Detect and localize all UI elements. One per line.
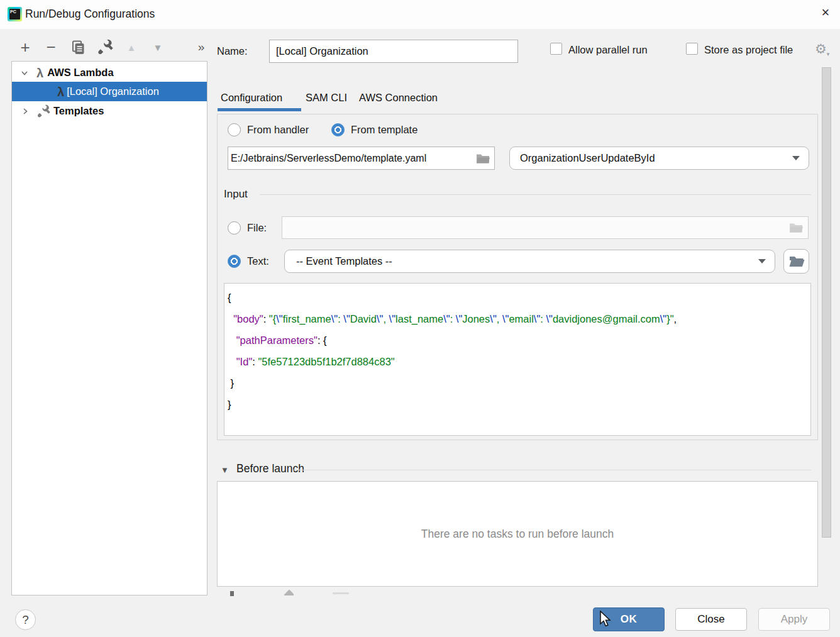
remove-configuration-button[interactable]: − (41, 38, 60, 57)
gear-icon[interactable]: ⚙▾ (815, 42, 829, 57)
edit-templates-button[interactable] (96, 38, 114, 57)
aws-lambda-icon: λ (36, 67, 43, 79)
folder-icon[interactable] (789, 221, 803, 233)
edit-task-icon[interactable] (282, 589, 294, 595)
close-button[interactable]: Close (675, 608, 747, 631)
vertical-scrollbar-thumb[interactable] (822, 67, 831, 538)
input-file-label[interactable]: File: (247, 222, 267, 234)
ok-button[interactable]: OK (593, 607, 665, 631)
event-templates-select[interactable]: -- Event Templates -- (284, 250, 775, 273)
input-file-radio[interactable] (228, 221, 241, 235)
tree-item-local-organization[interactable]: λ [Local] Organization (12, 82, 207, 101)
help-button[interactable]: ? (15, 609, 36, 630)
chevron-down-icon[interactable] (19, 68, 30, 78)
from-handler-radio[interactable] (228, 123, 241, 136)
remove-task-icon[interactable] (333, 592, 349, 594)
name-input[interactable] (269, 40, 518, 63)
store-as-project-file-label[interactable]: Store as project file (704, 44, 793, 56)
more-actions-button[interactable]: » (192, 38, 211, 57)
before-launch-label: Before launch (236, 462, 304, 475)
folder-open-icon (788, 255, 805, 269)
from-template-label[interactable]: From template (351, 124, 417, 136)
name-label: Name: (217, 45, 248, 57)
folder-icon[interactable] (476, 152, 490, 164)
tab-configuration[interactable]: Configuration (221, 92, 282, 104)
title-bar: PC Run/Debug Configurations × (0, 0, 840, 29)
pycharm-logo-icon: PC (8, 7, 22, 21)
input-section-label: Input (224, 188, 248, 201)
allow-parallel-run-checkbox[interactable] (550, 43, 562, 55)
template-path-field[interactable]: E:/Jetbrains/ServerlessDemo/template.yam… (228, 147, 495, 170)
browse-event-file-button[interactable] (783, 249, 809, 274)
from-template-radio[interactable] (331, 123, 345, 136)
aws-lambda-icon: λ (57, 86, 64, 98)
selected-tab-indicator (218, 108, 301, 111)
add-task-icon[interactable] (230, 591, 234, 596)
move-up-button[interactable]: ▲ (122, 38, 141, 57)
wrench-icon (97, 39, 113, 55)
tree-item-aws-lambda[interactable]: λ AWS Lambda (12, 63, 207, 82)
close-icon[interactable]: × (817, 4, 834, 22)
chevron-down-icon (758, 259, 766, 263)
apply-button[interactable]: Apply (758, 608, 830, 631)
input-section-divider (260, 194, 811, 195)
window-title: Run/Debug Configurations (25, 8, 155, 21)
allow-parallel-run-label[interactable]: Allow parallel run (568, 44, 648, 56)
event-json-editor[interactable]: { "body": "{\"first_name\": \"David\", \… (224, 283, 811, 436)
tab-aws-connection[interactable]: AWS Connection (359, 92, 438, 104)
store-as-project-file-checkbox[interactable] (686, 43, 698, 55)
move-down-button[interactable]: ▼ (148, 38, 167, 57)
tree-item-templates[interactable]: Templates (12, 101, 207, 121)
function-select[interactable]: OrganizationUserUpdateById (509, 147, 809, 170)
input-text-label[interactable]: Text: (247, 255, 269, 267)
chevron-right-icon[interactable] (20, 106, 30, 116)
before-launch-empty-text: There are no tasks to run before launch (421, 528, 614, 541)
input-text-radio[interactable] (228, 255, 241, 268)
before-launch-divider (292, 470, 811, 470)
configurations-tree: λ AWS Lambda λ [Local] Organization Temp… (11, 61, 207, 595)
chevron-down-icon (792, 156, 800, 160)
copy-icon (70, 40, 86, 55)
before-launch-task-list[interactable]: There are no tasks to run before launch (217, 481, 818, 587)
wrench-icon (36, 104, 50, 118)
add-configuration-button[interactable]: + (16, 38, 35, 57)
before-launch-collapse-icon[interactable]: ▼ (221, 465, 229, 475)
from-handler-label[interactable]: From handler (247, 124, 309, 136)
copy-configuration-button[interactable] (69, 38, 87, 57)
tab-sam-cli[interactable]: SAM CLI (306, 92, 347, 104)
input-file-field[interactable] (282, 216, 809, 239)
